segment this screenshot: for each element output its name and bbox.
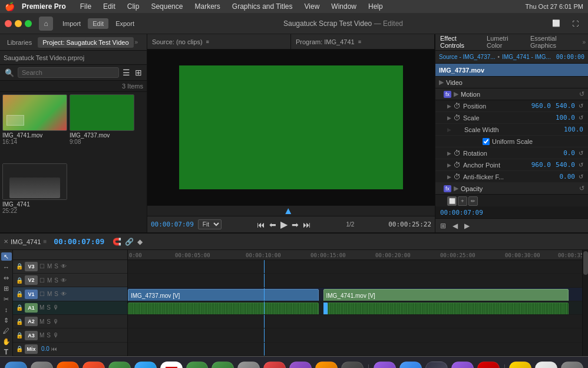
menu-markers[interactable]: Markers: [190, 1, 224, 12]
media-item[interactable]: IMG_4741 25:22: [2, 163, 67, 230]
ripple-tool[interactable]: ⇔: [1, 274, 12, 282]
clip-audio2[interactable]: [328, 303, 569, 315]
grid-view-icon[interactable]: ⊞: [134, 68, 143, 77]
dock-facetime[interactable]: 📹: [212, 362, 234, 369]
v3-enable[interactable]: ☐: [39, 263, 45, 270]
v3-eye[interactable]: 👁: [60, 263, 67, 270]
program-monitor[interactable]: [147, 50, 435, 205]
slip-tool[interactable]: ↕: [1, 305, 12, 314]
a1-mute[interactable]: 🎙: [52, 304, 60, 311]
v1-track-row[interactable]: IMG_4737.mov [V] IMG_4741.mov [V]: [128, 288, 582, 301]
opacity-label[interactable]: Opacity: [461, 185, 483, 192]
timeline-marker-icon[interactable]: ◆: [136, 238, 144, 246]
scale-reset[interactable]: ↺: [579, 114, 583, 121]
project-search-input[interactable]: [18, 67, 119, 78]
dock-music[interactable]: 🎵: [263, 362, 286, 369]
window-close[interactable]: [5, 20, 12, 27]
mix-label[interactable]: Mix: [25, 344, 38, 354]
opacity-reset[interactable]: ↺: [579, 185, 584, 192]
dock-dropbox[interactable]: 📦: [341, 362, 364, 369]
anchor-reset[interactable]: ↺: [579, 162, 583, 168]
v3-mute[interactable]: S: [54, 263, 59, 270]
a2-enable[interactable]: M: [39, 318, 45, 325]
dock-premiere[interactable]: Pr: [374, 362, 396, 369]
window-maximize[interactable]: [25, 20, 32, 27]
home-button[interactable]: ⌂: [39, 17, 53, 31]
media-item[interactable]: IMG_4737.mov 9:08: [70, 94, 134, 161]
fullscreen-button[interactable]: ⛶: [567, 18, 583, 29]
v3-lock[interactable]: 🔒: [15, 263, 24, 270]
effect-next-icon[interactable]: ▶: [461, 221, 472, 231]
menu-file[interactable]: File: [75, 1, 96, 12]
dock-bridge[interactable]: Br: [425, 362, 448, 369]
antiflicker-stopwatch[interactable]: ⏱: [454, 173, 461, 181]
v2-mute[interactable]: S: [54, 277, 59, 284]
edit-button[interactable]: Edit: [88, 18, 108, 29]
a3-lock[interactable]: 🔒: [15, 332, 24, 339]
a2-mute[interactable]: 🎙: [52, 318, 60, 325]
clip-audio1[interactable]: [128, 303, 319, 315]
menu-view[interactable]: View: [300, 1, 325, 12]
timeline-link-icon[interactable]: 🔗: [124, 238, 135, 246]
position-y[interactable]: 540.0: [556, 102, 575, 110]
v1-eye[interactable]: 👁: [60, 291, 67, 297]
menu-sequence[interactable]: Sequence: [146, 1, 187, 12]
go-to-in-button[interactable]: ⏮: [256, 221, 266, 229]
motion-label[interactable]: Motion: [461, 91, 480, 98]
timeline-scrubber[interactable]: [147, 205, 435, 216]
dock-files[interactable]: 📄: [535, 362, 557, 369]
dock-calendar[interactable]: OCT27: [160, 362, 183, 369]
dock-finder[interactable]: 🔵: [5, 362, 27, 369]
mix-go-to-in[interactable]: ⏮: [51, 346, 58, 352]
anchor-y[interactable]: 540.0: [556, 161, 575, 169]
a3-mute[interactable]: 🎙: [52, 332, 60, 339]
a3-enable[interactable]: M: [39, 332, 45, 339]
anchor-stopwatch[interactable]: ⏱: [454, 161, 461, 169]
opacity-draw-icon[interactable]: ✏: [468, 196, 478, 206]
dock-preferences[interactable]: ⚙️: [237, 362, 260, 369]
step-forward-button[interactable]: ➡: [290, 221, 300, 229]
anchor-x[interactable]: 960.0: [531, 161, 551, 169]
select-tool[interactable]: ↖: [1, 252, 12, 261]
rotation-expand[interactable]: ▶: [447, 150, 451, 156]
v2-track-row[interactable]: [128, 274, 582, 287]
a3-solo[interactable]: S: [46, 332, 51, 339]
go-to-out-button[interactable]: ⏭: [302, 221, 312, 229]
track-content[interactable]: 0:00 00:00:05:00 00:00:10:00 00:00:15:00…: [128, 250, 582, 356]
menu-clip[interactable]: Clip: [123, 1, 144, 12]
close-timeline-icon[interactable]: ✕: [4, 238, 8, 245]
dock-notes[interactable]: 📝: [509, 362, 531, 369]
v1-mute[interactable]: S: [54, 291, 59, 297]
v3-label[interactable]: V3: [25, 262, 38, 271]
anchor-expand[interactable]: ▶: [447, 162, 451, 168]
effect-filter-icon[interactable]: ⊞: [438, 221, 448, 231]
opacity-add-icon[interactable]: +: [458, 196, 467, 206]
window-minimize[interactable]: [15, 20, 22, 27]
a2-track-row[interactable]: [128, 315, 582, 328]
v2-eye[interactable]: 👁: [60, 277, 67, 284]
share-button[interactable]: ⬜: [547, 18, 565, 29]
list-view-icon[interactable]: ☰: [121, 68, 131, 77]
dock-maps[interactable]: 🗺️: [186, 362, 209, 369]
play-button[interactable]: ▶: [279, 220, 289, 229]
track-select-tool[interactable]: ↔: [1, 263, 12, 271]
dock-brave[interactable]: 🦁: [82, 362, 105, 369]
rotation-reset[interactable]: ↺: [579, 150, 583, 156]
razor-tool[interactable]: ✂: [1, 295, 12, 303]
v2-label[interactable]: V2: [25, 275, 38, 285]
v2-solo[interactable]: M: [47, 277, 52, 284]
timeline-snap-icon[interactable]: 🧲: [111, 238, 123, 246]
position-expand[interactable]: ▶: [447, 103, 451, 109]
dock-launchpad[interactable]: 🚀: [31, 362, 53, 369]
a1-enable[interactable]: M: [39, 304, 45, 311]
position-stopwatch[interactable]: ⏱: [454, 102, 461, 110]
v2-enable[interactable]: ☐: [39, 277, 45, 284]
a3-track-row[interactable]: [128, 328, 582, 342]
position-x[interactable]: 960.0: [531, 102, 551, 110]
dock-after-effects[interactable]: Ae: [451, 362, 474, 369]
media-item[interactable]: IMG_4741.mov 16:14: [2, 94, 67, 161]
antiflicker-reset[interactable]: ↺: [579, 173, 583, 180]
dock-mail[interactable]: ✉️: [134, 362, 157, 369]
timeline-scrollbar[interactable]: [582, 250, 588, 356]
program-monitor-header[interactable]: Program: IMG_4741 ≡: [291, 34, 435, 49]
